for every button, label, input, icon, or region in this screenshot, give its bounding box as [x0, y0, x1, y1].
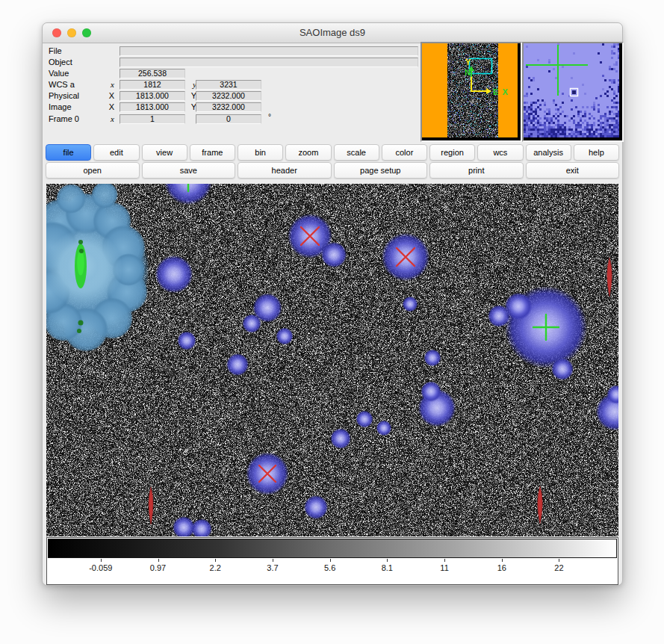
menu-file[interactable]: file: [46, 144, 91, 161]
info-row-file: File: [49, 46, 467, 58]
colorbar-tick-label: -0.059: [89, 563, 112, 572]
image-x-field: 1813.000: [120, 102, 185, 112]
magnifier-canvas[interactable]: [524, 43, 619, 137]
page-setup-button[interactable]: page setup: [334, 162, 428, 179]
colorbar-tick-label: 0.97: [150, 563, 166, 572]
frame-zoom-field: 1: [120, 114, 185, 124]
menu-wcs[interactable]: wcs: [477, 144, 523, 161]
header-button[interactable]: header: [238, 162, 332, 179]
file-label: File: [49, 46, 62, 55]
colorbar-tick: [215, 559, 216, 562]
menu-frame[interactable]: frame: [190, 144, 235, 161]
physical-x-field: 1813.000: [120, 91, 185, 101]
ds9-window: SAOImage ds9 File Object Value 256.538 W…: [42, 22, 623, 586]
titlebar[interactable]: SAOImage ds9: [43, 23, 622, 43]
save-button[interactable]: save: [142, 162, 236, 179]
menu-analysis[interactable]: analysis: [526, 144, 571, 161]
file-field: [120, 46, 418, 56]
window-title: SAOImage ds9: [43, 23, 622, 43]
value-label: Value: [49, 69, 69, 78]
object-label: Object: [49, 58, 72, 66]
menubar: file edit view frame bin zoom scale colo…: [46, 144, 619, 161]
frame-x-label: x: [105, 114, 114, 123]
menu-zoom[interactable]: zoom: [285, 144, 331, 161]
zoom-button[interactable]: [82, 28, 91, 37]
panner-canvas[interactable]: [422, 43, 518, 137]
colorbar-tick: [444, 559, 445, 562]
degree-symbol: °: [268, 113, 271, 121]
wcs-y-field: 3231: [196, 80, 261, 90]
colorbar-tick-label: 11: [440, 563, 448, 572]
exit-button[interactable]: exit: [526, 162, 620, 179]
colorbar-tick: [101, 559, 102, 562]
image-canvas[interactable]: [46, 184, 618, 536]
menu-color[interactable]: color: [382, 144, 427, 161]
frame-label: Frame 0: [49, 114, 79, 123]
info-row-image: Image X 1813.000 Y 3232.000: [49, 102, 467, 114]
colorbar[interactable]: -0.0590.972.23.75.68.1111622: [46, 537, 618, 585]
colorbar-tick-label: 8.1: [382, 563, 393, 572]
value-field: 256.538: [120, 69, 185, 78]
info-row-physical: Physical X 1813.000 Y 3232.000: [49, 91, 467, 102]
colorbar-gradient[interactable]: [48, 539, 617, 558]
colorbar-tick-label: 22: [554, 563, 563, 572]
frame-rotate-field: 0: [196, 114, 261, 124]
minimize-button[interactable]: [67, 28, 76, 37]
menu-view[interactable]: view: [142, 144, 187, 161]
image-y-field: 3232.000: [196, 102, 261, 112]
close-button[interactable]: [52, 28, 61, 37]
colorbar-tick-label: 16: [497, 563, 506, 572]
info-row-object: Object: [49, 58, 467, 69]
menu-scale[interactable]: scale: [334, 144, 379, 161]
physical-x-label: X: [105, 91, 114, 100]
colorbar-tick: [330, 559, 331, 562]
print-button[interactable]: print: [429, 162, 524, 179]
menu-region[interactable]: region: [429, 144, 475, 161]
traffic-lights: [52, 28, 91, 37]
colorbar-tick-label: 5.6: [324, 563, 335, 572]
magnifier[interactable]: [522, 42, 624, 142]
colorbar-tick: [559, 559, 559, 562]
colorbar-tick-label: 3.7: [267, 563, 278, 572]
colorbar-tick: [502, 559, 503, 562]
wcs-label: WCS a: [49, 80, 75, 89]
physical-label: Physical: [49, 91, 79, 100]
menu-bin[interactable]: bin: [238, 144, 283, 161]
wcs-x-field: 1812: [120, 80, 185, 90]
info-row-value: Value 256.538: [49, 69, 467, 80]
open-button[interactable]: open: [46, 162, 140, 179]
panner[interactable]: [421, 42, 522, 142]
colorbar-tick-label: 2.2: [210, 563, 221, 572]
colorbar-tick: [387, 559, 388, 562]
info-row-frame: Frame 0 x 1 0 °: [49, 114, 467, 126]
commandbar: open save header page setup print exit: [46, 162, 619, 179]
image-label: Image: [49, 102, 72, 111]
wcs-x-label: x: [105, 80, 114, 89]
info-row-wcs: WCS a x 1812 y 3231: [49, 80, 467, 91]
image-view: [46, 184, 618, 536]
menu-edit[interactable]: edit: [93, 144, 139, 161]
physical-y-field: 3232.000: [196, 91, 261, 101]
image-x-label: X: [105, 102, 114, 111]
colorbar-tick: [158, 559, 159, 562]
object-field: [120, 58, 418, 67]
menu-help[interactable]: help: [574, 144, 619, 161]
colorbar-tick: [273, 559, 273, 562]
